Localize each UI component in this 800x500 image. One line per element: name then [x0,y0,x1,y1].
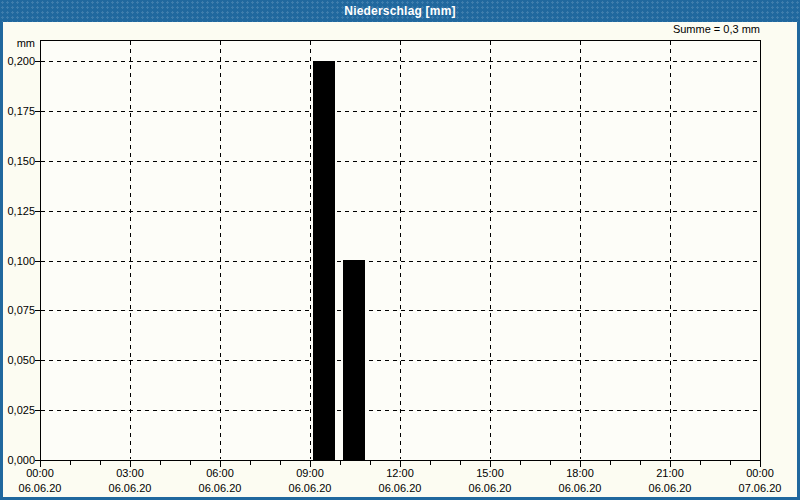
x-time-label: 12:00 [370,467,430,480]
x-time-label: 00:00 [730,467,790,480]
x-time-label: 03:00 [100,467,160,480]
y-tick-label: 0,050 [0,353,35,367]
v-gridline [580,41,581,459]
y-tick-label: 0,125 [0,204,35,218]
x-axis-minor-tick [460,461,461,465]
y-axis-tick [35,161,40,162]
x-date-label: 06.06.20 [455,482,525,495]
y-axis-tick [35,360,40,361]
x-date-label: 06.06.20 [185,482,255,495]
x-axis-minor-tick [70,461,71,465]
sum-annotation: Summe = 0,3 mm [460,23,760,37]
y-tick-label: 0,175 [0,104,35,118]
v-gridline [490,41,491,459]
y-axis-tick [35,61,40,62]
y-tick-label: 0,200 [0,54,35,68]
x-axis-minor-tick [190,461,191,465]
x-axis-minor-tick [730,461,731,465]
y-tick-label: 0,100 [0,254,35,268]
x-date-label: 06.06.20 [5,482,75,495]
window-title: Niederschlag [mm] [344,4,455,18]
x-axis-minor-tick [610,461,611,465]
x-axis-minor-tick [430,461,431,465]
x-date-label: 06.06.20 [365,482,435,495]
x-date-label: 06.06.20 [275,482,345,495]
precipitation-chart-window: Niederschlag [mm] Summe = 0,3 mm mm 0,00… [0,0,800,500]
x-date-label: 06.06.20 [635,482,705,495]
v-gridline [400,41,401,459]
x-axis-minor-tick [520,461,521,465]
v-gridline [670,41,671,459]
x-axis-minor-tick [100,461,101,465]
y-tick-label: 0,075 [0,303,35,317]
x-time-label: 06:00 [190,467,250,480]
y-tick-label: 0,000 [0,453,35,467]
y-axis-tick [35,261,40,262]
x-axis-minor-tick [340,461,341,465]
window-title-bar[interactable]: Niederschlag [mm] [0,0,800,22]
x-time-label: 21:00 [640,467,700,480]
x-date-label: 06.06.20 [545,482,615,495]
x-time-label: 18:00 [550,467,610,480]
precipitation-bar [313,61,335,460]
x-axis-minor-tick [250,461,251,465]
y-axis-tick [35,310,40,311]
x-axis-minor-tick [160,461,161,465]
x-date-label: 06.06.20 [95,482,165,495]
x-axis-minor-tick [370,461,371,465]
precipitation-bar [343,260,365,460]
y-tick-label: 0,150 [0,154,35,168]
x-time-label: 00:00 [10,467,70,480]
y-axis-unit-label: mm [0,37,35,50]
x-axis-minor-tick [280,461,281,465]
v-gridline [130,41,131,459]
x-time-label: 15:00 [460,467,520,480]
y-axis-tick [35,111,40,112]
y-tick-label: 0,025 [0,403,35,417]
v-gridline [220,41,221,459]
y-axis-tick [35,211,40,212]
x-date-label: 07.06.20 [725,482,795,495]
x-axis-minor-tick [550,461,551,465]
x-axis-minor-tick [700,461,701,465]
x-time-label: 09:00 [280,467,340,480]
x-axis-minor-tick [640,461,641,465]
v-gridline [310,41,311,459]
y-axis-tick [35,410,40,411]
